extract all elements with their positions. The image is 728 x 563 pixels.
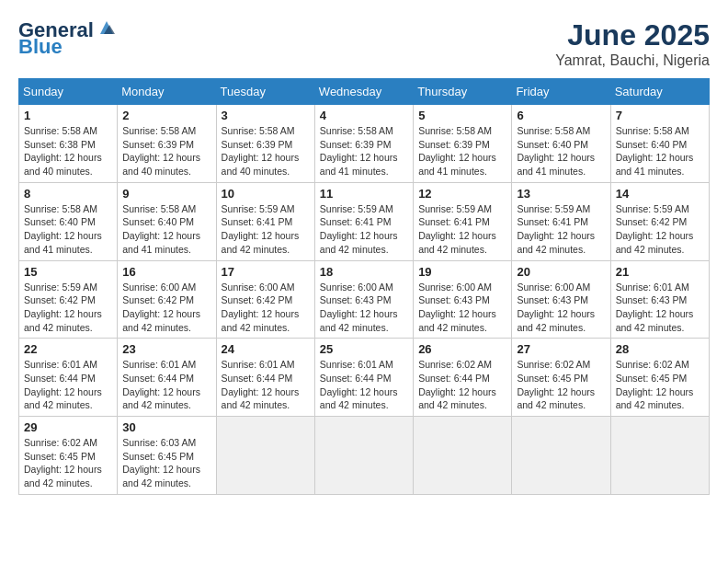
calendar-week-row: 29Sunrise: 6:02 AM Sunset: 6:45 PM Dayli… — [19, 417, 710, 495]
day-info: Sunrise: 5:58 AM Sunset: 6:40 PM Dayligh… — [616, 124, 704, 178]
day-info: Sunrise: 6:01 AM Sunset: 6:43 PM Dayligh… — [616, 281, 704, 335]
calendar-cell: 6Sunrise: 5:58 AM Sunset: 6:40 PM Daylig… — [512, 105, 610, 183]
day-info: Sunrise: 6:00 AM Sunset: 6:42 PM Dayligh… — [122, 281, 210, 335]
day-info: Sunrise: 6:03 AM Sunset: 6:45 PM Dayligh… — [122, 436, 210, 490]
day-info: Sunrise: 6:01 AM Sunset: 6:44 PM Dayligh… — [122, 358, 210, 412]
day-number: 29 — [24, 420, 112, 434]
day-number: 17 — [222, 265, 310, 279]
calendar-cell: 7Sunrise: 5:58 AM Sunset: 6:40 PM Daylig… — [610, 105, 709, 183]
day-info: Sunrise: 6:00 AM Sunset: 6:42 PM Dayligh… — [222, 281, 310, 335]
day-header-wednesday: Wednesday — [314, 79, 413, 105]
calendar-cell: 22Sunrise: 6:01 AM Sunset: 6:44 PM Dayli… — [19, 339, 118, 417]
calendar-cell: 23Sunrise: 6:01 AM Sunset: 6:44 PM Dayli… — [118, 339, 216, 417]
day-info: Sunrise: 6:02 AM Sunset: 6:44 PM Dayligh… — [418, 358, 506, 412]
day-number: 30 — [122, 420, 210, 434]
day-number: 13 — [517, 187, 605, 201]
day-number: 6 — [517, 109, 605, 122]
day-info: Sunrise: 6:01 AM Sunset: 6:44 PM Dayligh… — [222, 358, 310, 412]
day-number: 4 — [320, 109, 408, 122]
day-number: 16 — [122, 265, 210, 279]
day-info: Sunrise: 6:02 AM Sunset: 6:45 PM Dayligh… — [24, 436, 112, 490]
day-info: Sunrise: 5:59 AM Sunset: 6:41 PM Dayligh… — [222, 202, 310, 257]
day-info: Sunrise: 6:00 AM Sunset: 6:43 PM Dayligh… — [320, 281, 408, 335]
calendar-cell: 8Sunrise: 5:58 AM Sunset: 6:40 PM Daylig… — [19, 182, 118, 260]
day-header-saturday: Saturday — [610, 79, 709, 105]
day-number: 19 — [418, 265, 506, 279]
day-number: 3 — [222, 109, 310, 122]
day-number: 20 — [517, 265, 605, 279]
calendar-cell — [610, 417, 709, 495]
calendar-cell: 26Sunrise: 6:02 AM Sunset: 6:44 PM Dayli… — [414, 339, 512, 417]
day-info: Sunrise: 6:02 AM Sunset: 6:45 PM Dayligh… — [616, 358, 704, 412]
day-info: Sunrise: 5:58 AM Sunset: 6:40 PM Dayligh… — [24, 202, 112, 257]
day-number: 2 — [122, 109, 210, 122]
day-number: 7 — [616, 109, 704, 122]
calendar-cell: 30Sunrise: 6:03 AM Sunset: 6:45 PM Dayli… — [118, 417, 216, 495]
day-info: Sunrise: 6:02 AM Sunset: 6:45 PM Dayligh… — [517, 358, 605, 412]
day-info: Sunrise: 6:00 AM Sunset: 6:43 PM Dayligh… — [517, 281, 605, 335]
calendar-week-row: 8Sunrise: 5:58 AM Sunset: 6:40 PM Daylig… — [19, 182, 710, 260]
calendar-week-row: 15Sunrise: 5:59 AM Sunset: 6:42 PM Dayli… — [19, 260, 710, 339]
calendar-cell: 12Sunrise: 5:59 AM Sunset: 6:41 PM Dayli… — [414, 182, 512, 260]
calendar-cell — [314, 417, 413, 495]
day-number: 26 — [418, 342, 506, 356]
day-header-tuesday: Tuesday — [216, 79, 314, 105]
day-number: 8 — [24, 187, 112, 201]
calendar-cell: 15Sunrise: 5:59 AM Sunset: 6:42 PM Dayli… — [19, 260, 118, 339]
day-number: 9 — [122, 187, 210, 201]
day-info: Sunrise: 5:59 AM Sunset: 6:41 PM Dayligh… — [418, 202, 506, 257]
day-number: 23 — [122, 342, 210, 356]
day-info: Sunrise: 5:58 AM Sunset: 6:39 PM Dayligh… — [122, 124, 210, 178]
calendar-cell: 5Sunrise: 5:58 AM Sunset: 6:39 PM Daylig… — [414, 105, 512, 183]
day-number: 27 — [517, 342, 605, 356]
day-info: Sunrise: 5:58 AM Sunset: 6:39 PM Dayligh… — [320, 124, 408, 178]
calendar-cell: 21Sunrise: 6:01 AM Sunset: 6:43 PM Dayli… — [610, 260, 709, 339]
day-info: Sunrise: 5:59 AM Sunset: 6:42 PM Dayligh… — [616, 202, 704, 257]
day-info: Sunrise: 6:01 AM Sunset: 6:44 PM Dayligh… — [320, 358, 408, 412]
day-number: 15 — [24, 265, 112, 279]
calendar-cell: 18Sunrise: 6:00 AM Sunset: 6:43 PM Dayli… — [314, 260, 413, 339]
day-header-sunday: Sunday — [19, 79, 118, 105]
logo-blue: Blue — [18, 35, 63, 59]
calendar-cell: 9Sunrise: 5:58 AM Sunset: 6:40 PM Daylig… — [118, 182, 216, 260]
day-header-monday: Monday — [118, 79, 216, 105]
day-info: Sunrise: 6:01 AM Sunset: 6:44 PM Dayligh… — [24, 358, 112, 412]
day-info: Sunrise: 5:58 AM Sunset: 6:39 PM Dayligh… — [222, 124, 310, 178]
calendar-cell: 4Sunrise: 5:58 AM Sunset: 6:39 PM Daylig… — [314, 105, 413, 183]
day-number: 18 — [320, 265, 408, 279]
calendar-week-row: 22Sunrise: 6:01 AM Sunset: 6:44 PM Dayli… — [19, 339, 710, 417]
day-number: 5 — [418, 109, 506, 122]
calendar-cell: 19Sunrise: 6:00 AM Sunset: 6:43 PM Dayli… — [414, 260, 512, 339]
calendar-cell: 27Sunrise: 6:02 AM Sunset: 6:45 PM Dayli… — [512, 339, 610, 417]
day-number: 14 — [616, 187, 704, 201]
calendar-table: SundayMondayTuesdayWednesdayThursdayFrid… — [18, 78, 710, 495]
calendar-cell: 2Sunrise: 5:58 AM Sunset: 6:39 PM Daylig… — [118, 105, 216, 183]
calendar-cell — [414, 417, 512, 495]
day-info: Sunrise: 5:58 AM Sunset: 6:40 PM Dayligh… — [122, 202, 210, 257]
day-number: 21 — [616, 265, 704, 279]
title-area: June 2025 Yamrat, Bauchi, Nigeria — [555, 18, 710, 69]
day-info: Sunrise: 5:58 AM Sunset: 6:39 PM Dayligh… — [418, 124, 506, 178]
calendar-cell — [216, 417, 314, 495]
calendar-cell: 29Sunrise: 6:02 AM Sunset: 6:45 PM Dayli… — [19, 417, 118, 495]
day-number: 22 — [24, 342, 112, 356]
day-info: Sunrise: 5:59 AM Sunset: 6:42 PM Dayligh… — [24, 281, 112, 335]
calendar-cell: 13Sunrise: 5:59 AM Sunset: 6:41 PM Dayli… — [512, 182, 610, 260]
logo: General Blue — [18, 18, 117, 59]
day-info: Sunrise: 6:00 AM Sunset: 6:43 PM Dayligh… — [418, 281, 506, 335]
day-info: Sunrise: 5:58 AM Sunset: 6:38 PM Dayligh… — [24, 124, 112, 178]
day-number: 24 — [222, 342, 310, 356]
calendar-cell — [512, 417, 610, 495]
calendar-week-row: 1Sunrise: 5:58 AM Sunset: 6:38 PM Daylig… — [19, 105, 710, 183]
page-header: General Blue June 2025 Yamrat, Bauchi, N… — [18, 18, 710, 69]
calendar-header-row: SundayMondayTuesdayWednesdayThursdayFrid… — [19, 79, 710, 105]
calendar-cell: 1Sunrise: 5:58 AM Sunset: 6:38 PM Daylig… — [19, 105, 118, 183]
day-number: 1 — [24, 109, 112, 122]
day-header-friday: Friday — [512, 79, 610, 105]
calendar-cell: 28Sunrise: 6:02 AM Sunset: 6:45 PM Dayli… — [610, 339, 709, 417]
calendar-cell: 14Sunrise: 5:59 AM Sunset: 6:42 PM Dayli… — [610, 182, 709, 260]
day-info: Sunrise: 5:59 AM Sunset: 6:41 PM Dayligh… — [517, 202, 605, 257]
calendar-cell: 16Sunrise: 6:00 AM Sunset: 6:42 PM Dayli… — [118, 260, 216, 339]
calendar-cell: 17Sunrise: 6:00 AM Sunset: 6:42 PM Dayli… — [216, 260, 314, 339]
day-number: 28 — [616, 342, 704, 356]
